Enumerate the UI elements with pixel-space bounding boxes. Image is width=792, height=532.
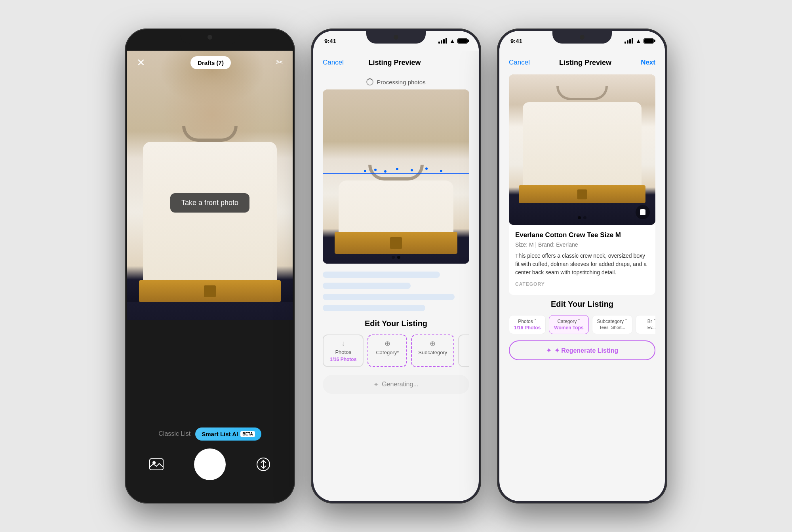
tab-subcategory-2[interactable]: ⊕ Subcategory bbox=[411, 334, 454, 367]
camera-top-bar: ✕ Drafts (7) ✂ bbox=[127, 51, 293, 74]
tab-subcategory-icon-2: ⊕ bbox=[430, 339, 436, 348]
cancel-button-2[interactable]: Cancel bbox=[323, 59, 344, 66]
scan-dot-4 bbox=[396, 168, 398, 170]
phone3-screen: 9:41 ▲ bbox=[499, 31, 665, 501]
tab-subcategory-label-2: Subcategory bbox=[418, 350, 447, 355]
status-icons-3: ▲ bbox=[624, 38, 654, 44]
phone3-white-top bbox=[523, 102, 642, 197]
generating-label: Generating... bbox=[382, 381, 419, 388]
phone3-necklace bbox=[556, 86, 608, 100]
loading-spinner bbox=[366, 78, 373, 86]
phone3-belt bbox=[519, 185, 645, 203]
belt-buckle bbox=[204, 285, 216, 297]
generating-bar: ✦ Generating... bbox=[323, 375, 469, 394]
phone-3: 9:41 ▲ bbox=[497, 28, 667, 504]
scan-dots-container bbox=[323, 166, 469, 178]
white-top-decoration bbox=[143, 142, 277, 292]
regen-sparkle-icon: ✦ bbox=[546, 347, 551, 354]
image-dots-nav-3 bbox=[578, 216, 586, 219]
phone2-screen: 9:41 ▲ bbox=[313, 31, 479, 501]
tab-photos-label-3: Photos ˅ bbox=[518, 319, 537, 324]
drafts-button[interactable]: Drafts (7) bbox=[190, 56, 231, 69]
smart-list-button[interactable]: Smart List AI BETA bbox=[195, 428, 261, 441]
tab-subcategory-sub-3: Tees- Short... bbox=[599, 325, 625, 330]
close-button[interactable]: ✕ bbox=[137, 57, 145, 69]
tab-category-3[interactable]: Category ˅ Women Tops bbox=[549, 315, 588, 334]
camera-viewfinder: Take a front photo bbox=[127, 51, 293, 320]
tab-category-label-2: Category* bbox=[376, 350, 399, 355]
belt-decoration bbox=[139, 280, 281, 302]
edit-photo-icon[interactable] bbox=[636, 205, 650, 219]
tab-category-sub-3: Women Tops bbox=[554, 325, 583, 331]
image-dot-2[interactable] bbox=[397, 256, 400, 259]
signal-icon-2 bbox=[438, 38, 447, 44]
cancel-button-3[interactable]: Cancel bbox=[509, 59, 530, 66]
phone3-dot-2[interactable] bbox=[583, 216, 586, 219]
tab-category-2[interactable]: ⊕ Category* bbox=[367, 334, 407, 367]
tab-brand-sub-3: Ev... bbox=[647, 325, 655, 330]
status-time-2: 9:41 bbox=[324, 38, 336, 44]
wifi-icon-3: ▲ bbox=[636, 38, 641, 44]
phone3-person-image bbox=[509, 74, 655, 225]
listing-title: Everlane Cotton Crew Tee Size M bbox=[515, 231, 649, 239]
tab-brand-2[interactable]: B bbox=[458, 334, 469, 367]
loading-bar-3 bbox=[323, 294, 455, 300]
tab-photos-label-2: Photos bbox=[335, 349, 351, 355]
tab-brand-label-3: Br ˅ bbox=[647, 319, 655, 324]
edit-listing-section-2: Edit Your Listing ↓ Photos 1/16 Photos ⊕… bbox=[313, 319, 479, 369]
phone-2: 9:41 ▲ bbox=[311, 28, 481, 504]
phone3-belt-buckle bbox=[577, 189, 587, 199]
battery-icon-3 bbox=[644, 38, 654, 44]
svg-rect-0 bbox=[150, 459, 163, 470]
flip-camera-button[interactable] bbox=[253, 454, 273, 474]
edit-listing-section-3: Edit Your Listing Photos ˅ 1/16 Photos C… bbox=[499, 300, 665, 336]
battery-icon-2 bbox=[457, 38, 468, 44]
notch-2 bbox=[366, 31, 426, 44]
smart-list-label: Smart List AI bbox=[202, 431, 238, 437]
scan-dot-3 bbox=[384, 170, 386, 173]
beta-badge: BETA bbox=[240, 431, 255, 437]
phone3-dot-1[interactable] bbox=[578, 216, 581, 219]
regenerate-listing-button[interactable]: ✦ ✦ Regenerate Listing bbox=[509, 340, 655, 360]
tab-photos-2[interactable]: ↓ Photos 1/16 Photos bbox=[323, 334, 364, 367]
tab-photos-3[interactable]: Photos ˅ 1/16 Photos bbox=[509, 315, 546, 334]
image-dot-1[interactable] bbox=[392, 256, 395, 259]
edit-listing-title-2: Edit Your Listing bbox=[323, 319, 469, 328]
phone2-belt-buckle bbox=[390, 237, 402, 249]
listing-description: This piece offers a classic crew neck, o… bbox=[515, 252, 649, 277]
image-dots-nav-2 bbox=[392, 256, 400, 259]
classic-list-label[interactable]: Classic List bbox=[158, 430, 190, 437]
listing-preview-title-2: Listing Preview bbox=[368, 59, 421, 67]
phone-1: Take a front photo ✕ Drafts (7) ✂ Classi… bbox=[125, 28, 295, 504]
scan-dot-2 bbox=[374, 169, 377, 171]
gallery-button[interactable] bbox=[147, 454, 166, 474]
phone2-header: Cancel Listing Preview bbox=[313, 51, 479, 74]
shutter-button[interactable] bbox=[194, 448, 226, 480]
wifi-icon-2: ▲ bbox=[449, 38, 455, 44]
edit-listing-title-3: Edit Your Listing bbox=[509, 300, 655, 309]
tab-category-icon-2: ⊕ bbox=[385, 339, 390, 348]
pants-decoration bbox=[127, 302, 293, 320]
status-time-3: 9:41 bbox=[510, 38, 522, 44]
sparkle-icon: ✦ bbox=[373, 381, 379, 388]
loading-content bbox=[323, 272, 469, 311]
listing-details-card: Everlane Cotton Crew Tee Size M Size: M … bbox=[509, 225, 655, 295]
tab-photos-sub-2: 1/16 Photos bbox=[330, 357, 356, 362]
tab-brand-3[interactable]: Br ˅ Ev... bbox=[636, 315, 655, 334]
camera-person-image bbox=[127, 51, 293, 320]
phone3-header: Cancel Listing Preview Next bbox=[499, 51, 665, 74]
tab-brand-label-2: B bbox=[468, 339, 469, 345]
scan-dot-6 bbox=[425, 167, 428, 170]
phone3-pants bbox=[509, 203, 655, 225]
next-button-3[interactable]: Next bbox=[641, 59, 655, 66]
category-section-label: CATEGORY bbox=[515, 281, 649, 287]
camera-bottom-controls: Classic List Smart List AI BETA bbox=[127, 406, 293, 501]
phone3-product-image bbox=[509, 74, 655, 225]
scissors-icon[interactable]: ✂ bbox=[276, 57, 283, 68]
tab-subcategory-label-3: Subcategory ˅ bbox=[597, 319, 628, 324]
shutter-row bbox=[147, 448, 273, 480]
tab-category-label-3: Category ˅ bbox=[557, 319, 580, 324]
scan-dot-5 bbox=[411, 169, 413, 171]
photo-prompt-label: Take a front photo bbox=[170, 193, 249, 213]
tab-subcategory-3[interactable]: Subcategory ˅ Tees- Short... bbox=[592, 315, 633, 334]
